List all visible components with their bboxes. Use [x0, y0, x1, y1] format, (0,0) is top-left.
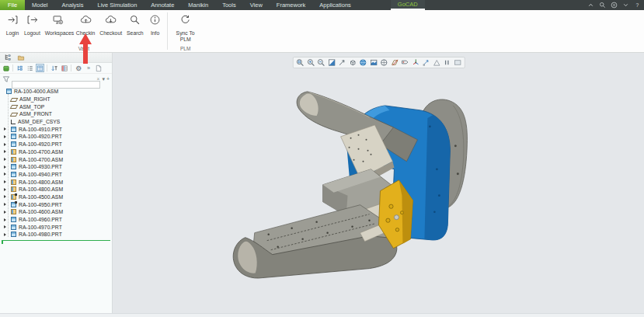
overflow-chevrons-icon[interactable]: » — [84, 64, 92, 72]
checkin-icon — [80, 14, 92, 29]
ribbon-collapse-icon[interactable] — [587, 2, 594, 9]
tree-item[interactable]: RA-100-4970.PRT — [0, 223, 112, 231]
ribbon-group: Sync To PLM PLM — [169, 10, 203, 52]
tree-item[interactable]: RA-100-4800.ASM — [0, 178, 112, 186]
item-type-icon — [11, 141, 16, 147]
expand-arrow-icon[interactable] — [2, 211, 11, 214]
zoom-fit-icon[interactable] — [295, 58, 305, 67]
item-type-icon — [11, 186, 16, 192]
zoom-out-icon[interactable] — [316, 58, 325, 67]
workspaces-button[interactable]: Workspaces — [43, 12, 74, 37]
tree-item[interactable]: RA-100-4910.PRT — [0, 125, 112, 133]
item-type-icon — [11, 164, 16, 169]
login-button[interactable]: Login — [3, 12, 22, 37]
list-view-icon[interactable] — [26, 64, 34, 72]
repaint-icon[interactable] — [327, 58, 336, 67]
expand-arrow-icon[interactable] — [2, 233, 11, 236]
tree-item[interactable]: RA-100-4980.PRT — [0, 231, 112, 239]
appearance-icon[interactable] — [432, 58, 441, 67]
annotation-display-icon[interactable] — [400, 58, 409, 67]
expand-arrow-icon[interactable] — [2, 135, 11, 138]
tree-item[interactable]: ASM_TOP — [0, 103, 112, 110]
expand-arrow-icon[interactable] — [2, 165, 11, 169]
logout-button[interactable]: Logout — [22, 12, 43, 37]
expand-arrow-icon[interactable] — [2, 127, 11, 131]
menu-tab[interactable]: Live Simulation — [90, 0, 144, 10]
3d-model[interactable] — [113, 53, 644, 313]
menu-tab-label: Model — [32, 2, 47, 9]
column-display-icon[interactable] — [36, 64, 44, 72]
tree-item[interactable]: RA-100-4000.ASM — [0, 88, 112, 96]
filter-add-button[interactable]: + — [106, 75, 110, 83]
expand-arrow-icon[interactable] — [2, 188, 11, 191]
menu-tab[interactable]: Analysis — [55, 0, 91, 10]
tree-item[interactable]: ASM_RIGHT — [0, 96, 112, 103]
tree-item[interactable]: RA-100-4700.ASM — [0, 155, 112, 163]
window-partial-icon[interactable] — [453, 58, 462, 67]
menu-tab[interactable]: GoCAD — [391, 0, 425, 10]
quick-search-icon[interactable] — [599, 2, 606, 9]
selection-arrow-icon[interactable] — [337, 58, 346, 67]
menu-tab[interactable]: Manikin — [181, 0, 215, 10]
datum-display-icon[interactable] — [390, 58, 399, 67]
expand-arrow-icon[interactable] — [2, 218, 11, 221]
named-views-icon[interactable] — [348, 58, 357, 67]
expand-arrow-icon[interactable] — [2, 172, 11, 176]
expand-arrow-icon[interactable] — [2, 158, 11, 161]
filter-dropdown-icon[interactable]: ▾ — [102, 75, 105, 83]
folder-browser-icon[interactable] — [16, 54, 25, 62]
dropdown-caret-icon[interactable] — [622, 2, 629, 9]
tree-item[interactable]: RA-100-4940.PRT — [0, 171, 112, 179]
menu-tab[interactable]: Tools — [215, 0, 243, 10]
expand-arrow-icon[interactable] — [2, 143, 11, 146]
tree-item[interactable]: RA-100-4930.PRT — [0, 163, 112, 171]
item-name: ASM_DEF_CSYS — [18, 119, 60, 124]
checkout-icon — [105, 14, 117, 29]
tree-item[interactable]: RA-100-4700.ASM — [0, 148, 112, 156]
menu-tab[interactable]: File — [0, 0, 25, 10]
model-tree-icon[interactable] — [3, 54, 12, 62]
spin-center-icon[interactable] — [411, 58, 420, 67]
menu-tab[interactable]: Model — [25, 0, 54, 10]
settings-gear-icon[interactable]: ⚙ — [74, 64, 82, 72]
info-button[interactable]: Info — [146, 12, 165, 37]
saved-orientations-icon[interactable] — [358, 58, 367, 67]
menu-tab[interactable]: Framework — [270, 0, 313, 10]
explode-view-icon[interactable] — [421, 58, 430, 67]
tree-item[interactable]: ASM_DEF_CSYS — [0, 118, 112, 126]
expand-arrow-icon[interactable] — [2, 180, 11, 183]
expand-arrow-icon[interactable] — [2, 203, 11, 206]
zoom-in-icon[interactable] — [306, 58, 315, 67]
expand-arrow-icon[interactable] — [2, 225, 11, 228]
search-button[interactable]: Search — [124, 12, 146, 37]
perspective-icon[interactable] — [379, 58, 388, 67]
new-document-icon[interactable] — [94, 64, 103, 72]
expand-arrow-icon[interactable] — [2, 150, 11, 153]
checkout-button[interactable]: Checkout — [97, 12, 124, 37]
display-style-icon[interactable] — [369, 58, 378, 67]
tree-item[interactable]: ASM_FRONT — [0, 110, 112, 118]
tree-item[interactable]: RA-100-4950.PRT — [0, 200, 112, 208]
tree-columns-icon[interactable] — [60, 64, 68, 72]
menu-tab-label: View — [250, 2, 263, 9]
help-icon[interactable]: ? — [634, 2, 641, 9]
sort-items-icon[interactable] — [50, 64, 58, 72]
filter-clear-icon[interactable]: × — [97, 75, 100, 83]
tree-item[interactable]: RA-100-4920.PRT — [0, 133, 112, 141]
tree-item[interactable]: RA-100-4600.ASM — [0, 208, 112, 216]
tree-item[interactable]: RA-100-4800.ASM — [0, 186, 112, 193]
regenerate-icon[interactable] — [2, 64, 10, 72]
menu-tab[interactable]: Annotate — [144, 0, 181, 10]
tree-item[interactable]: RA-100-4960.PRT — [0, 216, 112, 224]
sync-to-plm-button[interactable]: Sync To PLM — [170, 12, 201, 43]
command-list-icon[interactable] — [611, 2, 618, 9]
tree-filter-icon[interactable] — [16, 64, 24, 72]
expand-arrow-icon[interactable] — [2, 195, 11, 198]
tree-item[interactable]: RA-100-4500.ASM — [0, 193, 112, 201]
menu-tab[interactable]: Applications — [312, 0, 357, 10]
menu-tab[interactable]: View — [243, 0, 270, 10]
item-type-icon — [11, 225, 16, 230]
pause-icon[interactable] — [442, 58, 451, 67]
graphics-canvas[interactable] — [113, 53, 644, 313]
tree-item[interactable]: RA-100-4920.PRT — [0, 141, 112, 148]
